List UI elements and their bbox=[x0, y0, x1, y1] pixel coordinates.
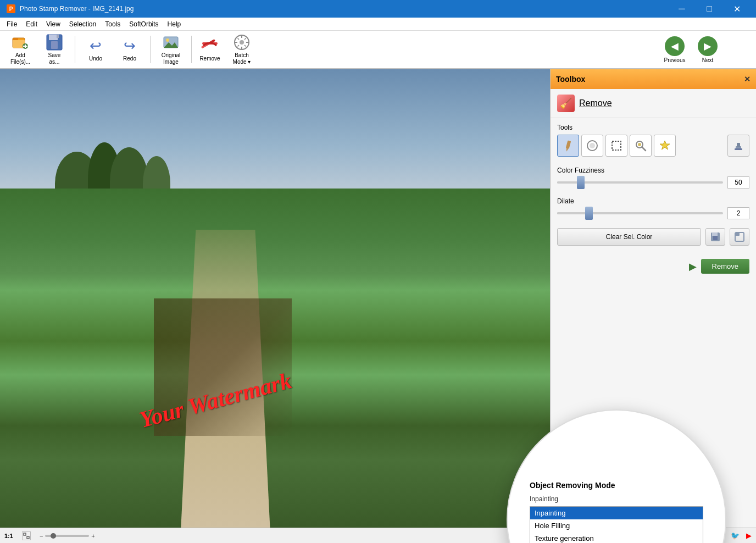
remove-section-icon bbox=[557, 95, 575, 112]
batch-mode-button[interactable]: BatchMode ▾ bbox=[226, 33, 258, 66]
menu-bar: File Edit View Selection Tools SoftOrbit… bbox=[0, 18, 756, 31]
next-button[interactable]: ▶ Next bbox=[692, 34, 723, 65]
dilate-value[interactable]: 2 bbox=[727, 207, 749, 219]
menu-softorbits[interactable]: SoftOrbits bbox=[125, 18, 163, 30]
title-bar-left: P Photo Stamp Remover - IMG_2141.jpg bbox=[7, 4, 134, 13]
previous-button[interactable]: ◀ Previous bbox=[659, 34, 690, 65]
svg-rect-30 bbox=[712, 232, 718, 236]
window-controls[interactable]: ─ □ ✕ bbox=[669, 0, 749, 18]
svg-point-24 bbox=[638, 143, 641, 146]
svg-rect-9 bbox=[57, 35, 59, 38]
color-fuzziness-track[interactable] bbox=[557, 181, 723, 184]
svg-rect-34 bbox=[24, 533, 26, 535]
color-fuzziness-section: Color Fuzziness 50 bbox=[551, 162, 756, 193]
svg-rect-35 bbox=[27, 536, 29, 539]
zoom-slider[interactable] bbox=[45, 535, 89, 537]
svg-rect-8 bbox=[51, 41, 58, 49]
pencil-tool-button[interactable] bbox=[557, 135, 579, 157]
original-image-button[interactable]: OriginalImage bbox=[155, 33, 187, 66]
remove-icon bbox=[201, 37, 219, 54]
remove-button[interactable]: Remove bbox=[196, 33, 224, 66]
magic-wand-tool-button[interactable] bbox=[630, 135, 652, 157]
tools-row bbox=[557, 135, 749, 157]
dropdown-item-texture-generation[interactable]: Texture generation bbox=[530, 532, 703, 543]
undo-button[interactable]: ↩ Undo bbox=[80, 33, 112, 66]
object-removing-placeholder: ▶ Remove Object Removing Mode Inpainting… bbox=[551, 250, 756, 349]
title-bar: P Photo Stamp Remover - IMG_2141.jpg ─ □… bbox=[0, 0, 756, 18]
undo-label: Undo bbox=[89, 56, 102, 62]
minimize-button[interactable]: ─ bbox=[669, 0, 694, 18]
close-button[interactable]: ✕ bbox=[724, 0, 749, 18]
dropdown-item-hole-filling[interactable]: Hole Filling bbox=[530, 519, 703, 532]
color-fuzziness-row: 50 bbox=[557, 176, 749, 189]
save-as-icon bbox=[46, 34, 63, 51]
toolbox-remove-section: Remove bbox=[551, 89, 756, 118]
app-icon: P bbox=[7, 4, 15, 13]
color-fuzziness-value[interactable]: 50 bbox=[727, 176, 749, 189]
toolbox-close-button[interactable]: ✕ bbox=[744, 75, 751, 84]
stamp-tool-button[interactable] bbox=[727, 135, 749, 157]
add-files-button[interactable]: AddFile(s)... bbox=[4, 33, 36, 66]
zoom-in-icon[interactable]: + bbox=[91, 533, 94, 539]
remove-action-button[interactable]: Remove bbox=[701, 259, 749, 274]
color-fuzziness-thumb[interactable] bbox=[577, 176, 585, 189]
redo-button[interactable]: ↪ Redo bbox=[114, 33, 146, 66]
menu-help[interactable]: Help bbox=[163, 18, 186, 30]
color-fuzziness-label: Color Fuzziness bbox=[557, 167, 749, 174]
dilate-section: Dilate 2 bbox=[551, 193, 756, 224]
svg-rect-7 bbox=[49, 35, 58, 40]
dropdown-arrow-icon[interactable]: ▶ bbox=[689, 261, 697, 273]
zoom-ratio: 1:1 bbox=[4, 533, 13, 539]
dilate-row: 2 bbox=[557, 207, 749, 219]
svg-rect-21 bbox=[612, 141, 621, 150]
dilate-track[interactable] bbox=[557, 212, 723, 214]
save-as-button[interactable]: Saveas... bbox=[38, 33, 70, 66]
dropdown-item-inpainting[interactable]: Inpainting bbox=[530, 507, 703, 519]
redo-icon: ↪ bbox=[121, 37, 138, 54]
load-selection-button[interactable] bbox=[730, 228, 749, 246]
svg-rect-5 bbox=[23, 46, 27, 47]
object-removing-mode-label: Object Removing Mode bbox=[530, 481, 703, 490]
original-image-label: OriginalImage bbox=[162, 52, 180, 65]
toolbar-separator-1 bbox=[75, 36, 75, 63]
clear-sel-row: Clear Sel. Color bbox=[551, 224, 756, 250]
remove-section-label: Remove bbox=[579, 98, 612, 108]
next-label: Next bbox=[702, 57, 714, 63]
youtube-icon[interactable]: ▶ bbox=[746, 531, 752, 540]
menu-selection[interactable]: Selection bbox=[65, 18, 101, 30]
menu-edit[interactable]: Edit bbox=[21, 18, 42, 30]
nav-section: ◀ Previous ▶ Next bbox=[659, 34, 723, 65]
canvas-area[interactable]: Your Watermark bbox=[0, 69, 550, 528]
toolbox-panel: Toolbox ✕ Remove Tools bbox=[550, 69, 756, 528]
redo-label: Redo bbox=[123, 56, 136, 62]
save-selection-button[interactable] bbox=[705, 228, 725, 246]
menu-tools[interactable]: Tools bbox=[101, 18, 125, 30]
window-title: Photo Stamp Remover - IMG_2141.jpg bbox=[20, 5, 134, 13]
fit-window-button[interactable] bbox=[22, 531, 31, 540]
eraser-tool-button[interactable] bbox=[581, 135, 603, 157]
dropdown-list: Inpainting Hole Filling Texture generati… bbox=[530, 506, 703, 543]
twitter-icon[interactable]: 🐦 bbox=[731, 531, 740, 540]
undo-icon: ↩ bbox=[87, 37, 104, 54]
main-area: Your Watermark Toolbox ✕ Remove Tools bbox=[0, 69, 756, 528]
maximize-button[interactable]: □ bbox=[697, 0, 722, 18]
star-tool-button[interactable] bbox=[654, 135, 676, 157]
svg-point-11 bbox=[166, 38, 169, 42]
add-files-label: AddFile(s)... bbox=[10, 52, 30, 65]
menu-file[interactable]: File bbox=[2, 18, 21, 30]
toolbar-separator-3 bbox=[191, 36, 192, 63]
zoom-thumb bbox=[51, 533, 56, 539]
rect-select-tool-button[interactable] bbox=[605, 135, 627, 157]
clear-sel-color-button[interactable]: Clear Sel. Color bbox=[557, 228, 701, 246]
batch-mode-icon bbox=[233, 34, 251, 51]
svg-marker-18 bbox=[565, 148, 568, 152]
dilate-thumb[interactable] bbox=[585, 207, 593, 220]
batch-mode-label: BatchMode ▾ bbox=[233, 52, 251, 65]
photo-background bbox=[0, 69, 550, 528]
tools-label: Tools bbox=[557, 124, 749, 131]
save-as-label: Saveas... bbox=[48, 52, 61, 65]
zoom-slider-area[interactable]: − + bbox=[40, 533, 95, 539]
zoom-out-icon[interactable]: − bbox=[40, 533, 43, 539]
menu-view[interactable]: View bbox=[42, 18, 65, 30]
remove-label: Remove bbox=[199, 56, 220, 62]
